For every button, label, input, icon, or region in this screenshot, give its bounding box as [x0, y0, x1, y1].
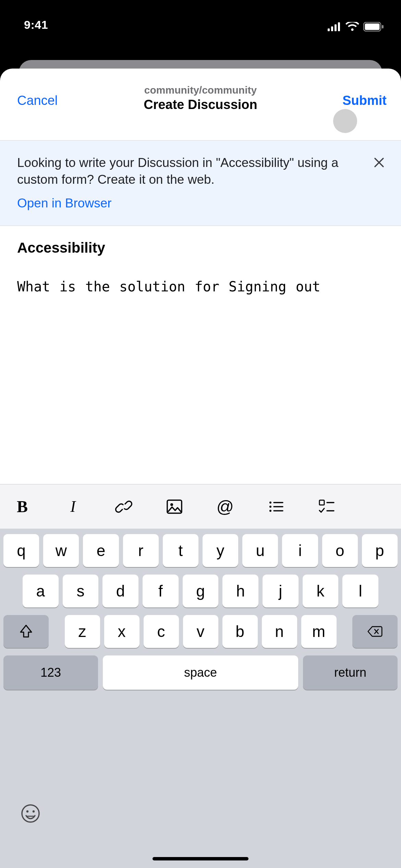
task-list-icon	[318, 498, 335, 515]
format-toolbar: B I @	[0, 484, 401, 529]
bullet-list-button[interactable]	[264, 495, 288, 519]
key-l[interactable]: l	[342, 575, 378, 607]
backspace-key[interactable]	[352, 615, 398, 648]
close-icon	[373, 156, 385, 169]
home-indicator[interactable]	[153, 857, 248, 860]
emoji-icon	[21, 804, 40, 823]
key-s[interactable]: s	[63, 575, 99, 607]
status-bar: 9:41	[0, 0, 401, 34]
link-button[interactable]	[112, 495, 136, 519]
open-in-browser-link[interactable]: Open in Browser	[17, 196, 112, 210]
key-f[interactable]: f	[143, 575, 179, 607]
keyboard-row-4: 123 space return	[3, 655, 398, 690]
discussion-body-input[interactable]: What is the solution for Signing out	[17, 277, 384, 297]
key-d[interactable]: d	[102, 575, 138, 607]
key-g[interactable]: g	[183, 575, 219, 607]
svg-rect-15	[319, 500, 324, 505]
svg-rect-0	[328, 28, 330, 31]
svg-rect-3	[338, 22, 340, 31]
key-t[interactable]: t	[163, 534, 198, 567]
mention-button[interactable]: @	[213, 495, 237, 519]
custom-form-banner: Looking to write your Discussion in "Acc…	[0, 141, 401, 226]
svg-point-11	[269, 510, 271, 512]
status-time: 9:41	[24, 18, 48, 32]
link-icon	[115, 498, 133, 516]
editor-area[interactable]: Accessibility What is the solution for S…	[0, 226, 401, 484]
keyboard-row-1: qwertyuiop	[3, 534, 398, 567]
touch-indicator	[333, 109, 357, 133]
emoji-key[interactable]	[21, 804, 40, 823]
key-b[interactable]: b	[222, 615, 258, 648]
svg-point-8	[170, 503, 173, 506]
wifi-icon	[345, 22, 359, 32]
key-i[interactable]: i	[282, 534, 318, 567]
key-v[interactable]: v	[183, 615, 218, 648]
battery-icon	[363, 22, 384, 32]
italic-button[interactable]: I	[61, 495, 85, 519]
banner-text: Looking to write your Discussion in "Acc…	[17, 154, 384, 188]
cellular-icon	[328, 22, 341, 31]
svg-rect-7	[167, 500, 182, 513]
category-heading: Accessibility	[17, 240, 384, 256]
key-o[interactable]: o	[322, 534, 358, 567]
key-z[interactable]: z	[65, 615, 100, 648]
shift-icon	[19, 624, 34, 639]
key-k[interactable]: k	[303, 575, 339, 607]
key-m[interactable]: m	[301, 615, 337, 648]
backspace-icon	[367, 624, 382, 639]
key-a[interactable]: a	[23, 575, 59, 607]
create-discussion-sheet: Cancel community/community Create Discus…	[0, 69, 401, 868]
svg-rect-1	[331, 26, 333, 31]
header-titles: community/community Create Discussion	[0, 84, 401, 112]
image-icon	[166, 498, 183, 515]
key-h[interactable]: h	[222, 575, 258, 607]
key-j[interactable]: j	[263, 575, 299, 607]
key-e[interactable]: e	[83, 534, 119, 567]
key-r[interactable]: r	[123, 534, 159, 567]
svg-rect-2	[335, 24, 337, 31]
key-p[interactable]: p	[362, 534, 398, 567]
header-context: community/community	[0, 84, 401, 96]
status-icons	[328, 22, 384, 32]
keyboard-row-3: zxcvbnm	[3, 615, 398, 648]
key-c[interactable]: c	[144, 615, 179, 648]
return-key[interactable]: return	[303, 655, 398, 690]
key-y[interactable]: y	[203, 534, 238, 567]
svg-point-18	[22, 805, 39, 822]
task-list-button[interactable]	[315, 495, 339, 519]
key-x[interactable]: x	[104, 615, 139, 648]
image-button[interactable]	[162, 495, 186, 519]
banner-close-button[interactable]	[371, 154, 387, 171]
space-key[interactable]: space	[103, 655, 298, 690]
key-w[interactable]: w	[43, 534, 79, 567]
svg-rect-6	[382, 25, 384, 28]
bold-button[interactable]: B	[10, 495, 34, 519]
key-n[interactable]: n	[262, 615, 297, 648]
numbers-key[interactable]: 123	[3, 655, 98, 690]
svg-point-19	[26, 810, 28, 812]
keyboard: qwertyuiop asdfghjkl zxcvbnm 123 space r…	[0, 529, 401, 868]
svg-rect-5	[365, 24, 380, 30]
svg-point-10	[269, 506, 271, 508]
sheet-header: Cancel community/community Create Discus…	[0, 69, 401, 141]
keyboard-row-2: asdfghjkl	[3, 575, 398, 607]
svg-point-9	[269, 502, 271, 504]
key-q[interactable]: q	[3, 534, 39, 567]
key-u[interactable]: u	[242, 534, 278, 567]
bullet-list-icon	[268, 498, 284, 515]
shift-key[interactable]	[3, 615, 49, 648]
svg-point-20	[33, 810, 35, 812]
submit-button[interactable]: Submit	[342, 93, 387, 108]
